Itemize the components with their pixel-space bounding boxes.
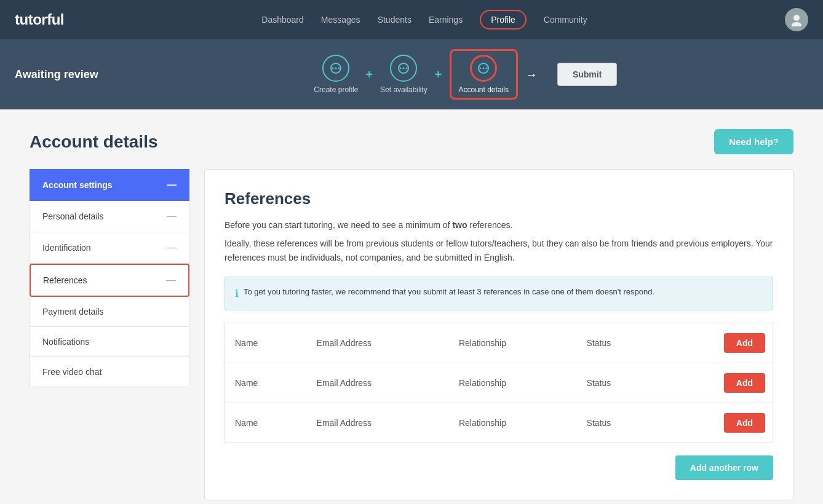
header: tutorful Dashboard Messages Students Ear… [0, 0, 823, 39]
nav-earnings[interactable]: Earnings [429, 15, 463, 25]
step-label-1: Create profile [314, 85, 358, 94]
table-row: Name Email Address Relationship Status A… [225, 323, 773, 363]
info-box: ℹ To get you tutoring faster, we recomme… [225, 277, 773, 310]
svg-point-13 [486, 68, 488, 69]
nav-messages[interactable]: Messages [321, 15, 360, 25]
avatar[interactable] [785, 8, 808, 31]
svg-point-4 [335, 68, 337, 69]
dash-icon-1: — [167, 211, 177, 222]
sidebar-label-notifications: Notifications [42, 337, 89, 347]
ref-email-3: Email Address [307, 403, 449, 443]
ref-relationship-3: Relationship [449, 403, 577, 443]
svg-point-1 [792, 22, 801, 26]
sidebar-item-notifications[interactable]: Notifications [30, 327, 189, 357]
add-button-3[interactable]: Add [724, 413, 765, 433]
add-button-1[interactable]: Add [724, 333, 765, 353]
sidebar-label-payment-details: Payment details [42, 307, 104, 317]
need-help-button[interactable]: Need help? [714, 129, 793, 154]
arrow-icon: → [525, 68, 538, 82]
info-icon: ℹ [235, 286, 239, 301]
references-desc-1: Before you can start tutoring, we need t… [225, 218, 773, 232]
ref-email-2: Email Address [307, 363, 449, 403]
sidebar: Account settings — Personal details — Id… [30, 169, 189, 500]
dash-icon-2: — [167, 242, 177, 253]
plus-icon-2: + [435, 68, 442, 82]
plus-icon-1: + [365, 68, 373, 82]
step-label-2: Set availability [380, 85, 427, 94]
ref-status-1: Status [577, 323, 661, 363]
references-panel: References Before you can start tutoring… [204, 169, 793, 500]
sidebar-label-identification: Identification [42, 243, 91, 253]
main-content: Account details Need help? Account setti… [0, 109, 823, 504]
avatar-icon [790, 13, 803, 26]
svg-point-9 [406, 68, 408, 69]
dash-icon-3: — [166, 275, 176, 286]
sidebar-label-references: References [43, 275, 87, 285]
content-layout: Account settings — Personal details — Id… [30, 169, 793, 500]
nav-community[interactable]: Community [544, 15, 587, 25]
stepper: Create profile + Set availability + Acco… [123, 49, 808, 100]
svg-point-5 [338, 68, 340, 69]
add-button-2[interactable]: Add [724, 373, 765, 393]
step-label-3: Account details [459, 85, 509, 94]
table-row: Name Email Address Relationship Status A… [225, 403, 773, 443]
nav-links: Dashboard Messages Students Earnings Pro… [261, 10, 587, 30]
sidebar-label-personal-details: Personal details [42, 211, 104, 221]
add-another-row-container: Add another row [225, 455, 773, 480]
sidebar-item-free-video-chat[interactable]: Free video chat [30, 357, 189, 387]
sidebar-item-account-settings[interactable]: Account settings — [30, 169, 189, 201]
table-row: Name Email Address Relationship Status A… [225, 363, 773, 403]
logo: tutorful [15, 11, 64, 28]
step-account-details[interactable]: Account details [450, 49, 518, 100]
svg-point-0 [793, 15, 800, 21]
step-circle-1 [322, 55, 349, 82]
step-circle-2 [390, 55, 417, 82]
svg-point-8 [403, 68, 405, 69]
sidebar-item-personal-details[interactable]: Personal details — [30, 201, 189, 232]
sidebar-label-free-video-chat: Free video chat [42, 367, 102, 377]
add-another-button[interactable]: Add another row [675, 455, 773, 480]
awaiting-label: Awaiting review [15, 68, 98, 81]
svg-point-7 [400, 68, 402, 69]
ref-status-2: Status [577, 363, 661, 403]
references-title: References [225, 189, 773, 208]
nav-dashboard[interactable]: Dashboard [261, 15, 304, 25]
sidebar-label-account-settings: Account settings [42, 180, 113, 190]
sidebar-item-payment-details[interactable]: Payment details [30, 297, 189, 327]
info-text: To get you tutoring faster, we recommend… [244, 286, 654, 298]
nav-profile[interactable]: Profile [480, 10, 527, 30]
step-create-profile[interactable]: Create profile [314, 55, 358, 94]
sidebar-item-references[interactable]: References — [30, 264, 189, 297]
svg-point-3 [332, 68, 334, 69]
step-set-availability[interactable]: Set availability [380, 55, 427, 94]
references-table: Name Email Address Relationship Status A… [225, 323, 773, 443]
submit-button[interactable]: Submit [557, 63, 617, 86]
nav-students[interactable]: Students [378, 15, 412, 25]
page-title: Account details [30, 132, 157, 152]
ref-status-3: Status [577, 403, 661, 443]
ref-name-1: Name [225, 323, 307, 363]
ref-email-1: Email Address [307, 323, 449, 363]
svg-point-11 [480, 68, 482, 69]
ref-name-2: Name [225, 363, 307, 403]
ref-relationship-1: Relationship [449, 323, 577, 363]
dash-icon-0: — [167, 179, 177, 191]
stepper-bar: Awaiting review Create profile + Set ava… [0, 39, 823, 109]
svg-point-12 [483, 68, 485, 69]
step-circle-3 [470, 55, 497, 82]
ref-name-3: Name [225, 403, 307, 443]
references-desc-2: Ideally, these references will be from p… [225, 237, 773, 264]
page-header: Account details Need help? [30, 129, 793, 154]
sidebar-item-identification[interactable]: Identification — [30, 232, 189, 264]
ref-relationship-2: Relationship [449, 363, 577, 403]
